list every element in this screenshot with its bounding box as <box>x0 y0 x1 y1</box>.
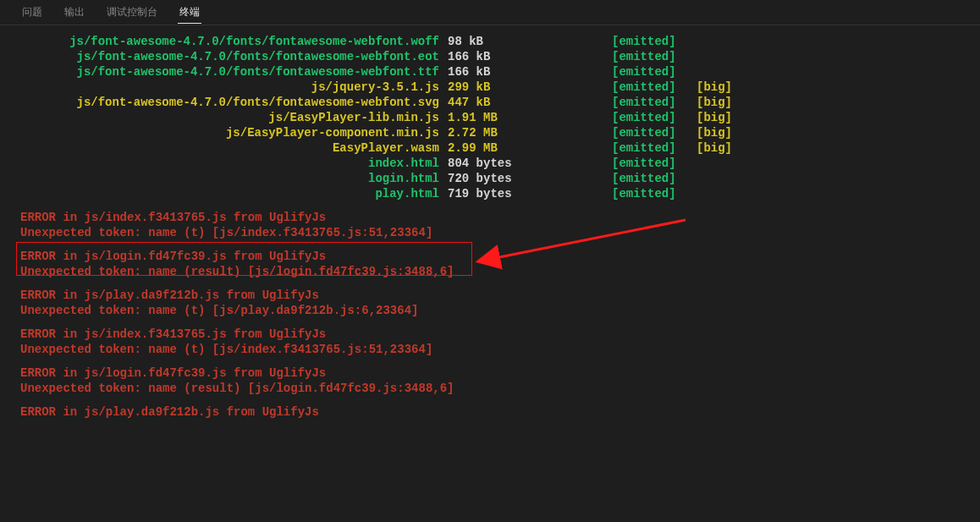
tab-output[interactable]: 输出 <box>63 2 86 23</box>
output-row: js/EasyPlayer-component.min.js2.72 MB[em… <box>20 125 980 140</box>
spacer <box>532 125 612 140</box>
output-row: EasyPlayer.wasm2.99 MB[emitted][big] <box>20 140 980 156</box>
error-line: ERROR in js/index.f3413765.js from Uglif… <box>20 327 980 342</box>
big-tag <box>688 34 742 49</box>
output-row: js/jquery-3.5.1.js299 kB[emitted][big] <box>20 80 980 95</box>
asset-name: js/font-awesome-4.7.0/fonts/fontawesome-… <box>20 49 448 64</box>
spacer <box>532 110 612 125</box>
big-tag <box>688 156 742 171</box>
spacer <box>532 156 612 171</box>
asset-size: 804 bytes <box>448 156 532 171</box>
output-row: js/font-awesome-4.7.0/fonts/fontawesome-… <box>20 49 980 64</box>
error-block: ERROR in js/index.f3413765.js from Uglif… <box>20 327 980 357</box>
error-block: ERROR in js/play.da9f212b.js from Uglify… <box>20 288 980 318</box>
tab-problems[interactable]: 问题 <box>20 2 44 23</box>
spacer <box>532 80 612 95</box>
error-line: ERROR in js/login.fd47fc39.js from Uglif… <box>20 249 980 264</box>
big-tag <box>688 64 742 80</box>
asset-size: 2.72 MB <box>448 125 532 140</box>
error-block: ERROR in js/login.fd47fc39.js from Uglif… <box>20 365 980 396</box>
asset-name: js/font-awesome-4.7.0/fonts/fontawesome-… <box>20 95 448 110</box>
emitted-tag: [emitted] <box>612 125 688 140</box>
output-row: play.html719 bytes[emitted] <box>20 186 980 201</box>
spacer <box>532 171 612 186</box>
big-tag: [big] <box>688 80 742 95</box>
asset-size: 299 kB <box>448 80 532 95</box>
big-tag: [big] <box>688 140 742 156</box>
asset-name: js/font-awesome-4.7.0/fonts/fontawesome-… <box>20 34 448 49</box>
big-tag: [big] <box>688 125 742 140</box>
emitted-tag: [emitted] <box>612 49 688 64</box>
tab-terminal[interactable]: 终端 <box>178 2 201 24</box>
asset-size: 98 kB <box>448 34 532 49</box>
asset-size: 1.91 MB <box>448 110 532 125</box>
emitted-tag: [emitted] <box>612 140 688 156</box>
error-block: ERROR in js/play.da9f212b.js from Uglify… <box>20 404 980 420</box>
big-tag <box>688 186 742 201</box>
asset-name: EasyPlayer.wasm <box>20 140 448 156</box>
asset-name: js/jquery-3.5.1.js <box>20 80 448 95</box>
spacer <box>532 95 612 110</box>
emitted-tag: [emitted] <box>612 156 688 171</box>
emitted-tag: [emitted] <box>612 95 688 110</box>
spacer <box>532 186 612 201</box>
big-tag: [big] <box>688 95 742 110</box>
big-tag <box>688 171 742 186</box>
output-row: index.html804 bytes[emitted] <box>20 156 980 171</box>
emitted-tag: [emitted] <box>612 64 688 80</box>
asset-size: 719 bytes <box>448 186 532 201</box>
asset-name: index.html <box>20 156 448 171</box>
error-block: ERROR in js/login.fd47fc39.js from Uglif… <box>20 249 980 279</box>
big-tag: [big] <box>688 110 742 125</box>
error-line: ERROR in js/index.f3413765.js from Uglif… <box>20 210 980 225</box>
error-line: ERROR in js/play.da9f212b.js from Uglify… <box>20 404 980 420</box>
emitted-tag: [emitted] <box>612 186 688 201</box>
asset-size: 166 kB <box>448 64 532 80</box>
error-line: ERROR in js/play.da9f212b.js from Uglify… <box>20 288 980 303</box>
asset-size: 2.99 MB <box>448 140 532 156</box>
asset-name: js/EasyPlayer-lib.min.js <box>20 110 448 125</box>
output-row: js/font-awesome-4.7.0/fonts/fontawesome-… <box>20 64 980 80</box>
emitted-tag: [emitted] <box>612 34 688 49</box>
asset-name: js/font-awesome-4.7.0/fonts/fontawesome-… <box>20 64 448 80</box>
panel-tabs: 问题 输出 调试控制台 终端 <box>0 0 980 25</box>
asset-name: login.html <box>20 171 448 186</box>
tab-debug[interactable]: 调试控制台 <box>105 2 159 23</box>
asset-size: 720 bytes <box>448 171 532 186</box>
spacer <box>532 49 612 64</box>
spacer <box>532 140 612 156</box>
error-line: ERROR in js/login.fd47fc39.js from Uglif… <box>20 365 980 381</box>
output-row: js/EasyPlayer-lib.min.js1.91 MB[emitted]… <box>20 110 980 125</box>
error-line: Unexpected token: name (t) [js/play.da9f… <box>20 303 980 318</box>
emitted-tag: [emitted] <box>612 110 688 125</box>
emitted-tag: [emitted] <box>612 80 688 95</box>
output-row: js/font-awesome-4.7.0/fonts/fontawesome-… <box>20 95 980 110</box>
error-block: ERROR in js/index.f3413765.js from Uglif… <box>20 210 980 240</box>
output-row: js/font-awesome-4.7.0/fonts/fontawesome-… <box>20 34 980 49</box>
error-line: Unexpected token: name (result) [js/logi… <box>20 381 980 396</box>
big-tag <box>688 49 742 64</box>
emitted-tag: [emitted] <box>612 171 688 186</box>
error-line: Unexpected token: name (t) [js/index.f34… <box>20 342 980 357</box>
asset-name: js/EasyPlayer-component.min.js <box>20 125 448 140</box>
error-line: Unexpected token: name (result) [js/logi… <box>20 264 980 279</box>
output-row: login.html720 bytes[emitted] <box>20 171 980 186</box>
asset-size: 166 kB <box>448 49 532 64</box>
asset-name: play.html <box>20 186 448 201</box>
terminal-output[interactable]: js/font-awesome-4.7.0/fonts/fontawesome-… <box>0 25 980 420</box>
asset-size: 447 kB <box>448 95 532 110</box>
error-line: Unexpected token: name (t) [js/index.f34… <box>20 225 980 240</box>
spacer <box>532 34 612 49</box>
spacer <box>532 64 612 80</box>
